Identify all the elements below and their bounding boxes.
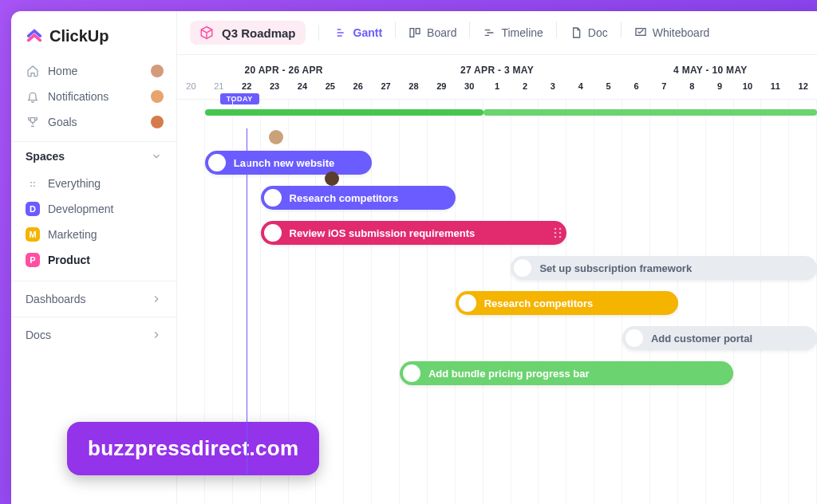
divider — [469, 22, 470, 37]
divider — [318, 25, 319, 41]
task-status-dot-icon — [264, 189, 282, 207]
day-cell[interactable]: 7 — [650, 79, 678, 99]
space-development[interactable]: DDevelopment — [19, 196, 168, 222]
view-label: Whiteboard — [653, 26, 710, 39]
space-product[interactable]: PProduct — [19, 247, 168, 273]
nav-goals[interactable]: Goals — [19, 109, 168, 135]
svg-point-4 — [559, 228, 562, 230]
view-label: Timeline — [501, 26, 543, 39]
day-cell[interactable]: 11 — [761, 79, 789, 99]
divider — [395, 22, 396, 37]
docs-label: Docs — [26, 329, 51, 341]
day-cell[interactable]: 28 — [400, 79, 428, 99]
drag-grip-icon[interactable] — [554, 227, 562, 238]
bell-icon — [26, 89, 40, 104]
chevron-down-icon — [151, 151, 162, 162]
day-cell[interactable]: 2 — [511, 79, 539, 99]
view-tab-timeline[interactable]: Timeline — [473, 22, 552, 44]
svg-rect-0 — [410, 29, 414, 37]
page-title: Q3 Roadmap — [222, 26, 296, 40]
doc-view-icon — [570, 26, 582, 39]
task-bar[interactable]: Add customer portal — [622, 326, 817, 350]
day-cell[interactable]: 24 — [289, 79, 317, 99]
day-cell[interactable]: 3 — [539, 79, 566, 99]
task-row: Launch new website — [177, 151, 817, 186]
day-cell[interactable]: 23 — [261, 79, 289, 99]
task-row: Research competitors — [177, 291, 817, 326]
day-cell[interactable]: 30 — [456, 79, 483, 99]
nav-label: Home — [48, 65, 77, 77]
day-cell[interactable]: 26 — [344, 79, 372, 99]
day-cell[interactable]: 9 — [706, 79, 734, 99]
task-row: Add customer portal — [177, 326, 817, 361]
space-label: Product — [48, 254, 90, 266]
task-row: Add bundle pricing progress bar — [177, 361, 817, 396]
day-cell[interactable]: 4 — [566, 79, 594, 99]
nav-label: Goals — [48, 116, 77, 128]
whiteboard-view-icon — [634, 26, 647, 39]
day-cell[interactable]: 6 — [622, 79, 650, 99]
gantt-rows: Launch new websiteResearch competitorsRe… — [177, 100, 817, 396]
view-tab-doc[interactable]: Doc — [560, 22, 618, 44]
day-cell[interactable]: 5 — [594, 79, 622, 99]
day-cell[interactable]: 22TODAY — [233, 79, 261, 99]
docs-link[interactable]: Docs — [11, 317, 176, 352]
day-cell[interactable]: 12 — [789, 79, 817, 99]
task-bar[interactable]: Launch new website — [205, 151, 372, 175]
space-label: Development — [48, 203, 114, 215]
assignee-avatar[interactable] — [269, 130, 283, 144]
avatar — [151, 90, 164, 103]
view-tab-gantt[interactable]: Gantt — [326, 22, 393, 44]
view-tab-board[interactable]: Board — [399, 22, 466, 44]
day-cell[interactable]: 20 — [177, 79, 205, 99]
task-label: Launch new website — [234, 157, 334, 169]
home-icon — [26, 64, 40, 78]
spaces-header[interactable]: Spaces — [11, 141, 176, 169]
task-label: Research competitors — [484, 297, 594, 309]
space-badge-icon: :: — [26, 176, 40, 191]
task-label: Review iOS submission requirements — [290, 227, 476, 239]
nav-label: Notifications — [48, 90, 109, 103]
task-bar[interactable]: Review iOS submission requirements — [261, 221, 567, 245]
task-label: Add bundle pricing progress bar — [428, 368, 590, 380]
space-everything[interactable]: ::Everything — [19, 171, 168, 196]
assignee-avatar[interactable] — [325, 171, 339, 186]
board-view-icon — [408, 26, 421, 39]
avatar — [151, 116, 164, 128]
task-bar[interactable]: Add bundle pricing progress bar — [400, 361, 733, 385]
view-tab-whiteboard[interactable]: Whiteboard — [625, 22, 720, 44]
svg-point-5 — [555, 232, 557, 234]
timeline-header: 20 APR - 26 APR27 APR - 3 MAY4 MAY - 10 … — [177, 55, 817, 100]
task-bar[interactable]: Research competitors — [456, 291, 678, 315]
svg-point-3 — [555, 228, 557, 230]
svg-point-8 — [559, 236, 562, 238]
task-bar[interactable]: Set up subscription framework — [511, 256, 817, 280]
toolbar: Q3 Roadmap GanttBoardTimelineDocWhiteboa… — [177, 11, 817, 55]
day-cell[interactable]: 29 — [428, 79, 456, 99]
day-cell[interactable]: 27 — [372, 79, 400, 99]
space-marketing[interactable]: MMarketing — [19, 222, 168, 247]
page-title-chip[interactable]: Q3 Roadmap — [190, 21, 306, 45]
task-status-dot-icon — [403, 364, 420, 382]
svg-rect-1 — [416, 29, 420, 34]
week-label: 27 APR - 3 MAY — [390, 55, 603, 79]
task-label: Add customer portal — [651, 333, 752, 345]
overview-segment — [483, 109, 817, 116]
week-label: 4 MAY - 10 MAY — [604, 55, 817, 79]
day-cell[interactable]: 25 — [316, 79, 344, 99]
task-row: Review iOS submission requirements — [177, 221, 817, 256]
gantt-view-icon — [335, 26, 348, 39]
task-status-dot-icon — [208, 154, 226, 171]
day-cell[interactable]: 10 — [734, 79, 762, 99]
nav-home[interactable]: Home — [19, 58, 168, 84]
dashboards-link[interactable]: Dashboards — [11, 281, 176, 317]
day-cell[interactable]: 1 — [483, 79, 511, 99]
day-cell[interactable]: 8 — [678, 79, 706, 99]
nav-notifications[interactable]: Notifications — [19, 84, 168, 109]
task-bar[interactable]: Research competitors — [261, 186, 456, 210]
overview-row — [177, 106, 817, 119]
task-status-dot-icon — [626, 329, 643, 347]
cube-icon — [199, 26, 214, 40]
logo[interactable]: ClickUp — [11, 11, 176, 58]
spaces-title: Spaces — [26, 150, 65, 163]
